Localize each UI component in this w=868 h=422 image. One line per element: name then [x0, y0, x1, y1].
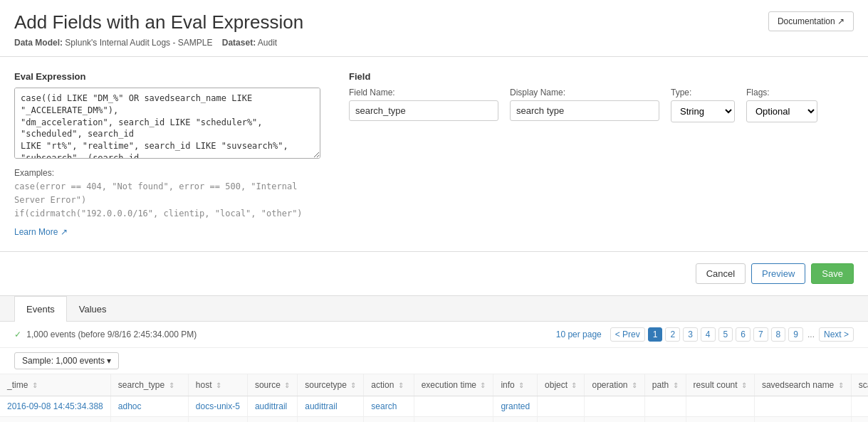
save-button[interactable]: Save	[811, 263, 854, 284]
flags-label: Flags:	[746, 88, 817, 97]
flags-select[interactable]: Optional Required Hidden	[746, 100, 817, 122]
events-table: _time ⇕ search_type ⇕ host ⇕ source ⇕ so…	[0, 374, 868, 422]
cell-savedsearch_name	[754, 416, 851, 422]
cell-object	[538, 416, 585, 422]
col-source[interactable]: source ⇕	[247, 374, 297, 396]
col-result-count[interactable]: result count ⇕	[686, 374, 754, 396]
pagination: 10 per page < Prev 1 2 3 4 5 6 7 8 9 ...…	[556, 327, 854, 342]
events-count: ✓ 1,000 events (before 9/8/16 2:45:34.00…	[14, 329, 197, 339]
learn-more-link[interactable]: Learn More ↗	[14, 227, 68, 237]
col-path[interactable]: path ⇕	[644, 374, 686, 396]
page-5-button[interactable]: 5	[718, 327, 733, 342]
data-model-line: Data Model: Splunk's Internal Audit Logs…	[14, 38, 854, 48]
col-execution-time[interactable]: execution time ⇕	[414, 374, 493, 396]
col-sourcetype[interactable]: sourcetype ⇕	[298, 374, 364, 396]
cell-_time: 2016-09-08 14:45:34.388	[0, 396, 110, 416]
table-row: 2016-09-08 14:45:34.388adhocdocs-unix-5a…	[0, 396, 868, 416]
next-button[interactable]: Next >	[819, 327, 854, 342]
cell-result_count	[686, 396, 754, 416]
cell-action: quota	[364, 416, 414, 422]
preview-button[interactable]: Preview	[751, 263, 805, 284]
page-7-button[interactable]: 7	[753, 327, 768, 342]
tab-values[interactable]: Values	[67, 296, 119, 322]
cell-sourcetype: audittrail	[298, 396, 364, 416]
field-name-label: Field Name:	[349, 88, 498, 97]
cell-source: audittrail	[247, 396, 297, 416]
link-host[interactable]: docs-unix-5	[196, 401, 240, 411]
col-scan-count[interactable]: scan coun	[851, 374, 868, 396]
action-buttons: Cancel Preview Save	[0, 252, 868, 296]
examples-label: Examples:	[14, 168, 320, 178]
cell-source: audittrail	[247, 416, 297, 422]
eval-textarea[interactable]: case((id LIKE "DM_%" OR savedsearch_name…	[14, 88, 320, 159]
page-3-button[interactable]: 3	[683, 327, 698, 342]
page-1-button[interactable]: 1	[648, 327, 663, 342]
example-1: case(error == 404, "Not found", error ==…	[14, 181, 297, 205]
cell-path	[644, 396, 686, 416]
col-object[interactable]: object ⇕	[538, 374, 585, 396]
examples-section: Examples: case(error == 404, "Not found"…	[14, 168, 320, 221]
page-header: Documentation ↗ Add Fields with an Eval …	[0, 0, 868, 57]
documentation-button[interactable]: Documentation ↗	[768, 11, 854, 31]
cell-execution_time	[414, 416, 493, 422]
type-select[interactable]: String Number Boolean IPv4	[671, 100, 735, 122]
link-source[interactable]: audittrail	[255, 401, 287, 411]
col-search-type[interactable]: search_type ⇕	[110, 374, 188, 396]
link-action[interactable]: search	[371, 401, 397, 411]
display-name-label: Display Name:	[510, 88, 659, 97]
cell-sourcetype: audittrail	[298, 416, 364, 422]
cell-host: docs-unix-5	[188, 396, 247, 416]
col-info[interactable]: info ⇕	[493, 374, 538, 396]
page-2-button[interactable]: 2	[665, 327, 680, 342]
link-search_type[interactable]: adhoc	[118, 401, 142, 411]
link-sourcetype[interactable]: audittrail	[305, 401, 337, 411]
table-container: _time ⇕ search_type ⇕ host ⇕ source ⇕ so…	[0, 374, 868, 422]
col-time[interactable]: _time ⇕	[0, 374, 110, 396]
col-operation[interactable]: operation ⇕	[585, 374, 644, 396]
cell-execution_time	[414, 396, 493, 416]
cell-host: docs-unix-5	[188, 416, 247, 422]
type-label: Type:	[671, 88, 735, 97]
sample-button[interactable]: Sample: 1,000 events ▾	[14, 352, 119, 369]
cell-operation	[585, 396, 644, 416]
cancel-button[interactable]: Cancel	[696, 263, 746, 284]
col-action[interactable]: action ⇕	[364, 374, 414, 396]
page-4-button[interactable]: 4	[701, 327, 716, 342]
cell-scan_count	[851, 416, 868, 422]
type-group: Type: String Number Boolean IPv4	[671, 88, 735, 122]
field-row: Field Name: Display Name: Type: String N…	[349, 88, 854, 122]
sample-bar: Sample: 1,000 events ▾	[0, 348, 868, 374]
per-page-select[interactable]: 10 per page	[556, 329, 602, 339]
col-host[interactable]: host ⇕	[188, 374, 247, 396]
flags-group: Flags: Optional Required Hidden	[746, 88, 817, 122]
data-model-label: Data Model:	[14, 38, 63, 48]
check-icon: ✓	[14, 329, 21, 339]
cell-search_type: scheduled	[110, 416, 188, 422]
tabs-bar: Events Values	[0, 296, 868, 322]
cell-action: search	[364, 396, 414, 416]
field-name-group: Field Name:	[349, 88, 498, 121]
display-name-input[interactable]	[510, 100, 659, 121]
dataset-label: Dataset:	[222, 38, 256, 48]
link-_time[interactable]: 2016-09-08 14:45:34.388	[7, 401, 103, 411]
page-dots: ...	[807, 329, 815, 339]
main-content: Eval Expression case((id LIKE "DM_%" OR …	[0, 57, 868, 252]
display-name-group: Display Name:	[510, 88, 659, 121]
events-bar: ✓ 1,000 events (before 9/8/16 2:45:34.00…	[0, 322, 868, 348]
example-2: if(cidrmatch("192.0.0.0/16", clientip, "…	[14, 209, 303, 218]
field-name-input[interactable]	[349, 100, 498, 121]
cell-info	[493, 416, 538, 422]
field-section: Field Field Name: Display Name: Type: St…	[349, 71, 854, 237]
prev-button[interactable]: < Prev	[610, 327, 645, 342]
link-info[interactable]: granted	[501, 401, 530, 411]
tab-events[interactable]: Events	[14, 296, 67, 322]
page-9-button[interactable]: 9	[788, 327, 803, 342]
page-8-button[interactable]: 8	[771, 327, 786, 342]
col-savedsearch-name[interactable]: savedsearch name ⇕	[754, 374, 851, 396]
dataset-value: Audit	[258, 38, 277, 48]
cell-search_type: adhoc	[110, 396, 188, 416]
table-row: 2016-09-08 14:45:01.052scheduleddocs-uni…	[0, 416, 868, 422]
page-title: Add Fields with an Eval Expression	[14, 11, 854, 33]
page-6-button[interactable]: 6	[736, 327, 751, 342]
field-section-label: Field	[349, 71, 854, 82]
